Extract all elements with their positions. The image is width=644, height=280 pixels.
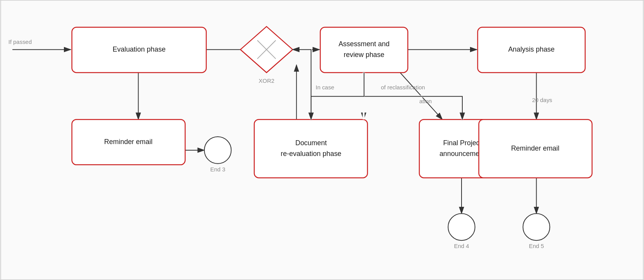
end4-label: End 4 bbox=[454, 243, 469, 249]
final-project-label-line1: Final Project bbox=[443, 139, 482, 147]
assessment-phase-label-line2: review phase bbox=[344, 51, 385, 59]
doc-reeval-label-line1: Document bbox=[295, 139, 327, 147]
diagram-container: If passed In case of reclassification 20… bbox=[0, 0, 644, 280]
if-passed-label: If passed bbox=[8, 39, 32, 45]
end3-circle bbox=[204, 137, 231, 164]
assessment-phase-box bbox=[320, 27, 408, 73]
analysis-phase-label: Analysis phase bbox=[508, 45, 555, 53]
assessment-phase-label-line1: Assessment and bbox=[338, 40, 390, 48]
reminder-email-1-label: Reminder email bbox=[104, 138, 153, 146]
end5-circle bbox=[523, 213, 550, 240]
end5-label: End 5 bbox=[529, 243, 544, 249]
reclassification-label: of reclassification bbox=[388, 98, 432, 104]
end3-label: End 3 bbox=[210, 166, 225, 173]
20-days-label: 20 days bbox=[532, 97, 552, 103]
evaluation-phase-label: Evaluation phase bbox=[112, 45, 166, 53]
end4-circle bbox=[448, 213, 475, 240]
final-project-label-line2: announcement bbox=[440, 150, 485, 158]
doc-reeval-box bbox=[254, 119, 367, 178]
xor2-label: XOR2 bbox=[259, 77, 274, 84]
in-case-label: In case bbox=[326, 98, 344, 104]
reminder-email-2-label: Reminder email bbox=[511, 144, 560, 152]
doc-reeval-label-line2: re-evaluation phase bbox=[281, 150, 341, 158]
